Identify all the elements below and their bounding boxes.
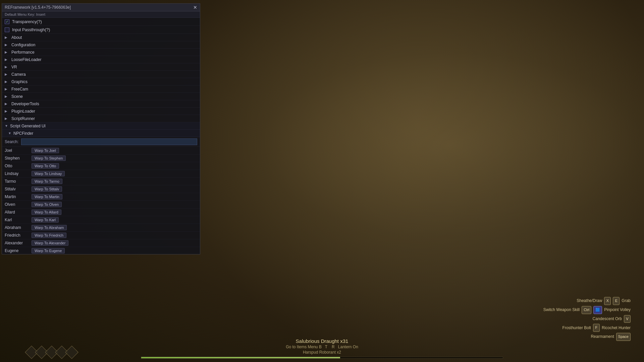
ctrl-key: Ctrl — [582, 306, 591, 314]
menu-item-scene[interactable]: ▶Scene — [2, 93, 200, 100]
npc-row-otto: Otto Warp To Otto — [2, 162, 200, 170]
menu-items-list: ▶About▶Configuration▶Performance▶LooseFi… — [2, 34, 200, 122]
label-camera: Camera — [11, 72, 26, 77]
npc-row-abraham: Abraham Warp To Abraham — [2, 224, 200, 232]
space-key: Space — [616, 333, 631, 341]
warp-btn-eugene[interactable]: Warp To Eugene — [32, 248, 65, 253]
menu-item-camera[interactable]: ▶Camera — [2, 71, 200, 78]
hud-rearmament-row: Rearmament Space — [543, 333, 631, 341]
hotbar-area — [27, 348, 76, 357]
rearmament-label: Rearmament — [591, 333, 614, 341]
label-performance: Performance — [11, 50, 35, 55]
label-pluginloader: PluginLoader — [11, 109, 35, 114]
transparency-checkbox[interactable] — [5, 19, 9, 24]
warp-btn-tarmo[interactable]: Warp To Tarmo — [32, 179, 62, 184]
menu-item-graphics[interactable]: ▶Graphics — [2, 78, 200, 85]
reframework-panel: REFramework [v1.5.4+75-7966063e] ✕ Defau… — [2, 3, 200, 254]
warp-btn-lindsay[interactable]: Warp To Lindsay — [32, 171, 65, 176]
arrow-configuration: ▶ — [5, 43, 9, 47]
ricochet-hunter-label: Ricochet Hunter — [602, 324, 631, 332]
menu-item-about[interactable]: ▶About — [2, 34, 200, 41]
warp-btn-olven[interactable]: Warp To Olven — [32, 202, 62, 207]
label-scene: Scene — [11, 94, 23, 99]
warp-btn-abraham[interactable]: Warp To Abraham — [32, 225, 67, 230]
npc-row-stitalv: Stitalv Warp To Stitalv — [2, 185, 200, 193]
menu-item-performance[interactable]: ▶Performance — [2, 49, 200, 56]
warp-btn-karl[interactable]: Warp To Karl — [32, 217, 59, 223]
menu-item-vr[interactable]: ▶VR — [2, 63, 200, 71]
candescent-orb-label: Candescent Orb — [593, 315, 622, 323]
close-button[interactable]: ✕ — [193, 5, 197, 10]
panel-title: REFramework [v1.5.4+75-7966063e] — [5, 5, 71, 10]
script-generated-ui-arrow: ▼ — [5, 124, 8, 128]
npcfinder-header[interactable]: ▼ NPCFinder — [2, 130, 200, 137]
npc-name-eugene: Eugene — [5, 248, 32, 253]
npc-name-otto: Otto — [5, 164, 32, 168]
npc-row-lindsay: Lindsay Warp To Lindsay — [2, 170, 200, 178]
menu-item-loosefileloader[interactable]: ▶LooseFileLoader — [2, 56, 200, 63]
warp-btn-stitalv[interactable]: Warp To Stitalv — [32, 186, 62, 192]
npc-name-allard: Allard — [5, 210, 32, 215]
npc-name-martin: Martin — [5, 194, 32, 199]
warp-btn-joel[interactable]: Warp To Joel — [32, 148, 59, 153]
grab-key: E — [613, 297, 620, 305]
status-bar — [141, 357, 503, 359]
menu-item-scriptrunner[interactable]: ▶ScriptRunner — [2, 115, 200, 122]
item-salubrious: Salubrious Draught x31 — [286, 338, 358, 344]
warp-btn-martin[interactable]: Warp To Martin — [32, 194, 62, 199]
input-passthrough-checkbox[interactable] — [5, 27, 9, 32]
panel-titlebar: REFramework [v1.5.4+75-7966063e] ✕ — [2, 4, 200, 11]
npc-name-abraham: Abraham — [5, 225, 32, 230]
hud-actions: Sheathe/Draw X E Grab Switch Weapon Skil… — [543, 297, 631, 342]
pinpoint-volley-label: Pinpoint Volley — [604, 306, 631, 314]
warp-btn-allard[interactable]: Warp To Allard — [32, 209, 61, 215]
script-generated-ui-header[interactable]: ▼ Script Generated UI — [2, 122, 200, 130]
label-about: About — [11, 35, 22, 40]
label-developertools: DeveloperTools — [11, 102, 39, 106]
npc-row-eugene: Eugene Warp To Eugene — [2, 247, 200, 254]
sheathe-key: X — [604, 297, 611, 305]
menu-item-pluginloader[interactable]: ▶PluginLoader — [2, 108, 200, 115]
menu-item-freecam[interactable]: ▶FreeCam — [2, 85, 200, 93]
warp-btn-alexander[interactable]: Warp To Alexander — [32, 240, 68, 246]
warp-btn-otto[interactable]: Warp To Otto — [32, 163, 59, 169]
hud-items-display: Salubrious Draught x31 Go to Items Menu … — [286, 338, 358, 355]
menu-item-developertools[interactable]: ▶DeveloperTools — [2, 100, 200, 108]
hotbar-item-5 — [65, 346, 78, 359]
npc-row-karl: Karl Warp To Karl — [2, 216, 200, 224]
menu-item-configuration[interactable]: ▶Configuration — [2, 41, 200, 49]
npc-name-tarmo: Tarmo — [5, 179, 32, 184]
npc-name-friedrich: Friedrich — [5, 233, 32, 238]
item-menu-hint: Go to Items Menu B T R Lantern On — [286, 345, 358, 349]
arrow-about: ▶ — [5, 36, 9, 39]
input-passthrough-label: Input Passthrough — [12, 27, 45, 32]
input-passthrough-row[interactable]: Input Passthrough (?) — [2, 26, 200, 34]
label-freecam: FreeCam — [11, 87, 28, 92]
search-input[interactable] — [21, 138, 197, 145]
npc-row-tarmo: Tarmo Warp To Tarmo — [2, 178, 200, 185]
npc-row-martin: Martin Warp To Martin — [2, 193, 200, 201]
sheathe-draw-label: Sheathe/Draw — [577, 297, 602, 305]
transparency-row[interactable]: Transparency (?) — [2, 18, 200, 26]
switch-weapon-skill-label: Switch Weapon Skill — [543, 306, 580, 314]
pinpoint-key: 🟦 — [593, 306, 602, 314]
label-loosefileloader: LooseFileLoader — [11, 57, 41, 62]
npc-name-stephen: Stephen — [5, 156, 32, 161]
transparency-label: Transparency — [12, 19, 37, 24]
warp-btn-friedrich[interactable]: Warp To Friedrich — [32, 233, 66, 238]
npcfinder-label: NPCFinder — [13, 131, 33, 136]
npc-row-friedrich: Friedrich Warp To Friedrich — [2, 232, 200, 239]
label-vr: VR — [11, 65, 17, 69]
hud-candescent-row: Candescent Orb V — [543, 315, 631, 323]
default-key-label: Default Menu Key: Insert — [2, 11, 200, 18]
item-harspud: Harspud Roborant x2 — [286, 350, 358, 355]
npcfinder-section: ▼ NPCFinder Search: Joel Warp To Joel St… — [2, 130, 200, 254]
status-bar-fill — [141, 357, 340, 358]
frosthunter-bolt-label: Frosthunter Bolt — [562, 324, 591, 332]
hud-frosthunter-row: Frosthunter Bolt F Ricochet Hunter — [543, 324, 631, 332]
warp-btn-stephen[interactable]: Warp To Stephen — [32, 156, 66, 161]
arrow-scriptrunner: ▶ — [5, 117, 9, 120]
input-passthrough-hint: (?) — [45, 27, 50, 32]
transparency-hint: (?) — [37, 19, 42, 24]
npc-name-joel: Joel — [5, 148, 32, 153]
